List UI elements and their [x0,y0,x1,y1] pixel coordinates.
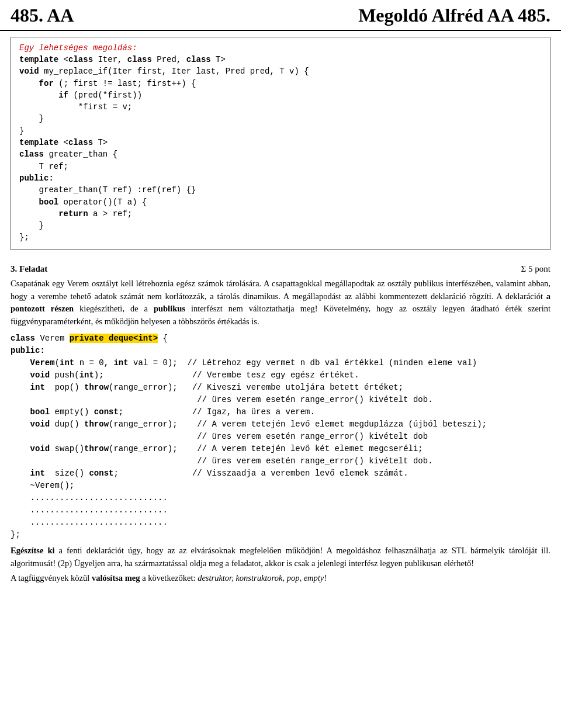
main-content: Egy lehetséges megoldás: template <class… [0,31,561,591]
task-description-1: Csapatának egy Verem osztályt kell létre… [11,278,550,328]
solution-label: Egy lehetséges megoldás: [19,43,542,53]
solution-code-box: Egy lehetséges megoldás: template <class… [11,37,550,250]
task-points: Σ 5 pont [521,264,550,274]
page-header: 485. AA Megoldó Alfréd AA 485. [0,0,561,31]
page-number-right: Megoldó Alfréd AA 485. [358,5,550,26]
solution-code: template <class Iter, class Pred, class … [19,54,542,244]
page-number-left: 485. AA [11,5,74,26]
task-title: 3. Feladat [11,264,47,274]
bottom-text-2: A tagfüggvények közül valósítsa meg a kö… [11,572,550,585]
class-code: class Verem private deque<int> { public:… [11,332,550,541]
bottom-text-1: Egészítse ki a fenti deklarációt úgy, ho… [11,545,550,570]
task-header: 3. Feladat Σ 5 pont [11,264,550,274]
